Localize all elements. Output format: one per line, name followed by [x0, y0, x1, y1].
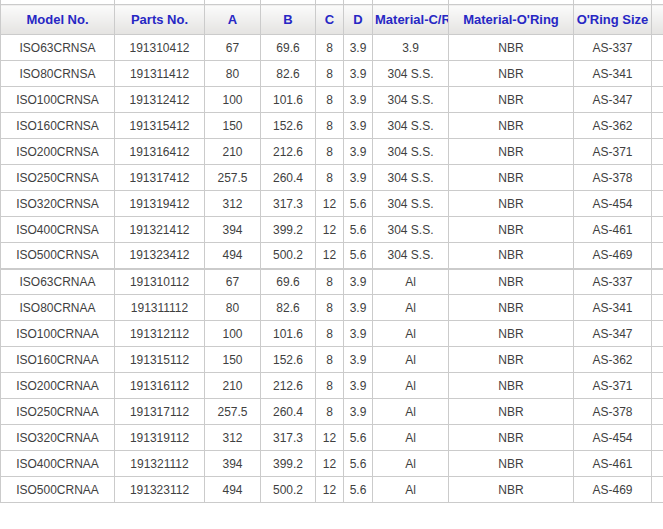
cutoff-column-border — [114, 0, 115, 4]
table-cell: Al — [373, 373, 449, 399]
table-cell: 12 — [316, 243, 344, 269]
table-cell: 191312112 — [115, 321, 205, 347]
cutoff-column-border — [0, 0, 1, 4]
table-cell: Al — [373, 399, 449, 425]
table-cell: 8 — [316, 87, 344, 113]
table-row: ISO400CRNAA191321112394399.2125.6AlNBRAS… — [1, 451, 663, 477]
table-cell: 5.6 — [344, 217, 373, 243]
table-cell: 100 — [205, 87, 261, 113]
table-cell: NBR — [449, 139, 574, 165]
table-cell: 67 — [205, 269, 261, 295]
table-cell: 3.9 — [344, 269, 373, 295]
table-row: ISO160CRNAA191315112150152.683.9AlNBRAS-… — [1, 347, 663, 373]
table-cell: 500.2 — [261, 477, 316, 503]
table-cell: AS-378 — [574, 399, 652, 425]
product-spec-page: Model No.Parts No.ABCDMaterial-C/RMateri… — [0, 0, 663, 529]
table-cell: AS-461 — [574, 217, 652, 243]
table-cell: 317.3 — [261, 425, 316, 451]
table-cell: ISO250CRNAA — [1, 399, 115, 425]
table-row: ISO500CRNSA191323412494500.2125.6304 S.S… — [1, 243, 663, 269]
table-cell: 12 — [316, 477, 344, 503]
table-cell: ISO500CRNSA — [1, 243, 115, 269]
table-cell: AS-337 — [574, 269, 652, 295]
cutoff-column-border — [260, 0, 261, 4]
table-cell: 3.9 — [344, 35, 373, 61]
table-row: ISO320CRNSA191319412312317.3125.6304 S.S… — [1, 191, 663, 217]
table-cell: 191316112 — [115, 373, 205, 399]
column-header-4: C — [316, 5, 344, 35]
table-cell: 191316412 — [115, 139, 205, 165]
table-row: ISO200CRNAA191316112210212.683.9AlNBRAS-… — [1, 373, 663, 399]
column-header-6: Material-C/R — [373, 5, 449, 35]
table-cell: 8 — [316, 321, 344, 347]
table-cell-cutoff — [652, 269, 663, 295]
table-cell: Al — [373, 321, 449, 347]
cutoff-column-border — [448, 0, 449, 4]
table-cell: 212.6 — [261, 373, 316, 399]
table-cell: NBR — [449, 113, 574, 139]
table-cell: 3.9 — [344, 347, 373, 373]
table-cell: 317.3 — [261, 191, 316, 217]
column-header-7: Material-O'Ring — [449, 5, 574, 35]
table-cell: 100 — [205, 321, 261, 347]
table-cell: 5.6 — [344, 477, 373, 503]
table-cell: AS-454 — [574, 191, 652, 217]
table-cell: NBR — [449, 61, 574, 87]
table-cell-cutoff — [652, 295, 663, 321]
table-cell: 3.9 — [344, 61, 373, 87]
table-cell-cutoff — [652, 113, 663, 139]
table-cell: 3.9 — [344, 295, 373, 321]
table-cell: ISO160CRNSA — [1, 113, 115, 139]
table-cell: NBR — [449, 243, 574, 269]
table-cell: Al — [373, 451, 449, 477]
table-cell: NBR — [449, 425, 574, 451]
table-cell-cutoff — [652, 139, 663, 165]
table-cell: AS-469 — [574, 243, 652, 269]
table-cell: 5.6 — [344, 451, 373, 477]
table-cell: 191311412 — [115, 61, 205, 87]
table-cell: ISO80CRNSA — [1, 61, 115, 87]
table-cell-cutoff — [652, 451, 663, 477]
table-row: ISO250CRNAA191317112257.5260.483.9AlNBRA… — [1, 399, 663, 425]
table-cell: NBR — [449, 321, 574, 347]
table-row: ISO200CRNSA191316412210212.683.9304 S.S.… — [1, 139, 663, 165]
table-cell: 210 — [205, 139, 261, 165]
table-cell: 312 — [205, 425, 261, 451]
cutoff-column-border — [315, 0, 316, 4]
header-row: Model No.Parts No.ABCDMaterial-C/RMateri… — [1, 5, 663, 35]
table-cell: ISO160CRNAA — [1, 347, 115, 373]
table-cell: 3.9 — [373, 35, 449, 61]
table-cell: 399.2 — [261, 451, 316, 477]
table-row: ISO80CRNAA1913111128082.683.9AlNBRAS-341 — [1, 295, 663, 321]
table-cell: 101.6 — [261, 87, 316, 113]
table-row: ISO63CRNSA1913104126769.683.93.9NBRAS-33… — [1, 35, 663, 61]
table-row: ISO320CRNAA191319112312317.3125.6AlNBRAS… — [1, 425, 663, 451]
table-cell: 494 — [205, 243, 261, 269]
table-cell: ISO500CRNAA — [1, 477, 115, 503]
table-cell: 8 — [316, 165, 344, 191]
table-row: ISO100CRNSA191312412100101.683.9304 S.S.… — [1, 87, 663, 113]
column-header-cutoff — [652, 5, 663, 35]
table-cell: ISO80CRNAA — [1, 295, 115, 321]
table-cell-cutoff — [652, 243, 663, 269]
table-cell: AS-362 — [574, 347, 652, 373]
table-cell: ISO320CRNSA — [1, 191, 115, 217]
table-cell-cutoff — [652, 321, 663, 347]
column-header-0: Model No. — [1, 5, 115, 35]
table-cell: 8 — [316, 399, 344, 425]
table-cell: ISO100CRNSA — [1, 87, 115, 113]
table-row: ISO400CRNSA191321412394399.2125.6304 S.S… — [1, 217, 663, 243]
table-cell: 8 — [316, 347, 344, 373]
column-header-2: A — [205, 5, 261, 35]
table-cell: 191321112 — [115, 451, 205, 477]
table-cell: 8 — [316, 295, 344, 321]
table-cell: 67 — [205, 35, 261, 61]
table-cell: 3.9 — [344, 321, 373, 347]
table-cell: 152.6 — [261, 347, 316, 373]
table-cell: 101.6 — [261, 321, 316, 347]
table-cell: ISO200CRNSA — [1, 139, 115, 165]
table-cell: 304 S.S. — [373, 61, 449, 87]
table-cell-cutoff — [652, 61, 663, 87]
table-cell: 3.9 — [344, 87, 373, 113]
spec-table: Model No.Parts No.ABCDMaterial-C/RMateri… — [0, 4, 663, 503]
